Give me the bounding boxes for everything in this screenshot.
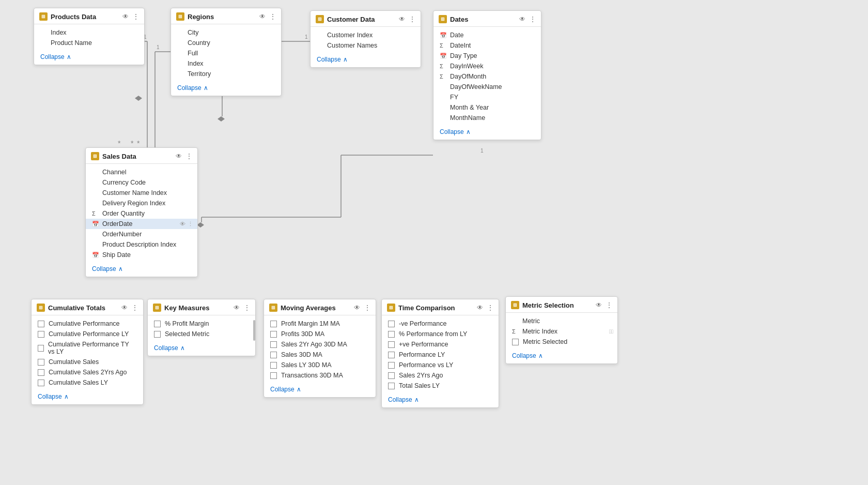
field-currency-code[interactable]: Currency Code bbox=[86, 177, 197, 188]
customer-data-actions[interactable]: 👁 ⋮ bbox=[399, 16, 415, 23]
field-profits-30d-ma[interactable]: Profits 30D MA bbox=[264, 329, 376, 339]
field-performance-vs-ly[interactable]: Performance vs LY bbox=[382, 360, 499, 370]
products-data-actions[interactable]: 👁 ⋮ bbox=[122, 13, 139, 20]
key-measures-menu-icon[interactable]: ⋮ bbox=[244, 304, 250, 311]
cumulative-totals-collapse[interactable]: Collapse ∧ bbox=[32, 390, 143, 404]
field-metric-selected[interactable]: Metric Selected bbox=[506, 337, 617, 347]
field-transactions-30d-ma[interactable]: Transactions 30D MA bbox=[264, 370, 376, 381]
field-order-quantity[interactable]: Σ Order Quantity bbox=[86, 208, 197, 219]
field-orderdate-eye[interactable]: 👁 bbox=[180, 221, 185, 228]
field-customer-index[interactable]: Customer Index bbox=[311, 30, 421, 40]
moving-averages-actions[interactable]: 👁 ⋮ bbox=[354, 304, 370, 311]
field-profit-margin-1m-ma[interactable]: Profit Margin 1M MA bbox=[264, 319, 376, 329]
metric-selection-actions[interactable]: 👁 ⋮ bbox=[596, 301, 612, 309]
field-selected-metric[interactable]: Selected Metric bbox=[148, 329, 255, 339]
field-total-sales-ly[interactable]: Total Sales LY bbox=[382, 381, 499, 391]
field-performance-ly[interactable]: Performance LY bbox=[382, 350, 499, 360]
field-profit-margin[interactable]: % Profit Margin bbox=[148, 319, 255, 329]
customer-data-menu-icon[interactable]: ⋮ bbox=[409, 16, 415, 23]
field-month-year[interactable]: Month & Year bbox=[433, 102, 541, 113]
customer-data-collapse[interactable]: Collapse ∧ bbox=[311, 53, 421, 67]
field-customer-names[interactable]: Customer Names bbox=[311, 40, 421, 51]
products-data-menu-icon[interactable]: ⋮ bbox=[133, 13, 139, 20]
field-cumulative-sales-2yrs-ago[interactable]: Cumulative Sales 2Yrs Ago bbox=[32, 367, 143, 377]
field-ship-date[interactable]: 📅 Ship Date bbox=[86, 250, 197, 260]
field-day-type[interactable]: 📅 Day Type bbox=[433, 51, 541, 61]
field-orderdate-dots[interactable]: ⋮ bbox=[188, 221, 193, 228]
field-customer-name-index[interactable]: Customer Name Index bbox=[86, 188, 197, 198]
customer-data-eye-icon[interactable]: 👁 bbox=[399, 16, 405, 23]
field-cumulative-performance-ly[interactable]: Cumulative Performance LY bbox=[32, 329, 143, 339]
time-comparison-collapse[interactable]: Collapse ∧ bbox=[382, 393, 499, 407]
field-metric[interactable]: Metric bbox=[506, 316, 617, 326]
metric-selection-eye-icon[interactable]: 👁 bbox=[596, 301, 602, 309]
field-negative-performance[interactable]: -ve Performance bbox=[382, 319, 499, 329]
time-comparison-menu-icon[interactable]: ⋮ bbox=[487, 304, 493, 311]
dates-collapse[interactable]: Collapse ∧ bbox=[433, 125, 541, 140]
field-orderdate[interactable]: 📅 OrderDate 👁 ⋮ bbox=[86, 219, 197, 229]
field-positive-performance[interactable]: +ve Performance bbox=[382, 339, 499, 350]
sales-data-actions[interactable]: 👁 ⋮ bbox=[176, 153, 192, 160]
cumulative-totals-menu-icon[interactable]: ⋮ bbox=[132, 304, 138, 311]
field-channel[interactable]: Channel bbox=[86, 167, 197, 177]
field-cumulative-performance-ty-vs-ly[interactable]: Cumulative Performance TY vs LY bbox=[32, 339, 143, 357]
field-date[interactable]: 📅 Date bbox=[433, 30, 541, 40]
field-cumulative-sales[interactable]: Cumulative Sales bbox=[32, 357, 143, 367]
field-index[interactable]: Index bbox=[34, 27, 144, 38]
regions-menu-icon[interactable]: ⋮ bbox=[270, 13, 276, 20]
regions-actions[interactable]: 👁 ⋮ bbox=[259, 13, 276, 20]
field-cumulative-sales-ly-label: Cumulative Sales LY bbox=[49, 379, 108, 386]
field-city[interactable]: City bbox=[171, 27, 281, 38]
products-data-collapse[interactable]: Collapse ∧ bbox=[34, 50, 144, 65]
field-dayofweekname[interactable]: DayOfWeekName bbox=[433, 82, 541, 92]
metric-selection-menu-icon[interactable]: ⋮ bbox=[606, 301, 612, 309]
time-comparison-actions[interactable]: 👁 ⋮ bbox=[477, 304, 493, 311]
cumulative-totals-eye-icon[interactable]: 👁 bbox=[121, 304, 128, 311]
metric-selection-collapse[interactable]: Collapse ∧ bbox=[506, 349, 617, 363]
field-dayofmonth[interactable]: Σ DayOfMonth bbox=[433, 71, 541, 82]
measure-icon-6 bbox=[38, 380, 44, 386]
field-metric-index[interactable]: Σ Metric Index 👁̸ bbox=[506, 326, 617, 337]
field-metric-index-eye[interactable]: 👁̸ bbox=[609, 328, 613, 335]
field-fy[interactable]: FY bbox=[433, 92, 541, 102]
cumulative-totals-actions[interactable]: 👁 ⋮ bbox=[121, 304, 138, 311]
field-sales-30d-ma[interactable]: Sales 30D MA bbox=[264, 350, 376, 360]
sales-data-body: Channel Currency Code Customer Name Inde… bbox=[86, 164, 197, 262]
field-dayinweek[interactable]: Σ DayInWeek bbox=[433, 61, 541, 71]
field-sales-2yr-ago-30d-ma[interactable]: Sales 2Yr Ago 30D MA bbox=[264, 339, 376, 350]
field-country[interactable]: Country bbox=[171, 38, 281, 48]
regions-eye-icon[interactable]: 👁 bbox=[259, 13, 266, 20]
field-sales-2yrs-ago[interactable]: Sales 2Yrs Ago bbox=[382, 370, 499, 381]
field-product-name[interactable]: Product Name bbox=[34, 38, 144, 48]
dates-actions[interactable]: 👁 ⋮ bbox=[519, 16, 536, 23]
key-measures-scrollbar[interactable] bbox=[253, 320, 255, 335]
sales-data-menu-icon[interactable]: ⋮ bbox=[186, 153, 192, 160]
products-data-eye-icon[interactable]: 👁 bbox=[122, 13, 129, 20]
field-sales-ly-30d-ma[interactable]: Sales LY 30D MA bbox=[264, 360, 376, 370]
field-territory[interactable]: Territory bbox=[171, 69, 281, 79]
time-comparison-eye-icon[interactable]: 👁 bbox=[477, 304, 483, 311]
key-measures-actions[interactable]: 👁 ⋮ bbox=[234, 304, 250, 311]
moving-averages-eye-icon[interactable]: 👁 bbox=[354, 304, 360, 311]
field-dateint[interactable]: Σ DateInt bbox=[433, 40, 541, 51]
field-regions-index[interactable]: Index bbox=[171, 58, 281, 69]
field-full[interactable]: Full bbox=[171, 48, 281, 58]
sales-data-eye-icon[interactable]: 👁 bbox=[176, 153, 182, 160]
field-ordernumber[interactable]: OrderNumber bbox=[86, 229, 197, 239]
field-product-description-index[interactable]: Product Description Index bbox=[86, 239, 197, 250]
sales-data-collapse[interactable]: Collapse ∧ bbox=[86, 262, 197, 277]
key-measures-eye-icon[interactable]: 👁 bbox=[234, 304, 240, 311]
field-delivery-region-index[interactable]: Delivery Region Index bbox=[86, 198, 197, 208]
regions-collapse[interactable]: Collapse ∧ bbox=[171, 81, 281, 96]
field-monthname[interactable]: MonthName bbox=[433, 113, 541, 123]
field-pct-performance-from-ly[interactable]: % Performance from LY bbox=[382, 329, 499, 339]
svg-text:*: * bbox=[131, 139, 134, 147]
moving-averages-collapse[interactable]: Collapse ∧ bbox=[264, 383, 376, 397]
key-measures-collapse[interactable]: Collapse ∧ bbox=[148, 341, 255, 356]
dates-title: Dates bbox=[450, 16, 468, 23]
moving-averages-menu-icon[interactable]: ⋮ bbox=[364, 304, 370, 311]
field-cumulative-sales-ly[interactable]: Cumulative Sales LY bbox=[32, 377, 143, 388]
dates-menu-icon[interactable]: ⋮ bbox=[530, 16, 536, 23]
dates-eye-icon[interactable]: 👁 bbox=[519, 16, 525, 23]
field-cumulative-performance[interactable]: Cumulative Performance bbox=[32, 319, 143, 329]
